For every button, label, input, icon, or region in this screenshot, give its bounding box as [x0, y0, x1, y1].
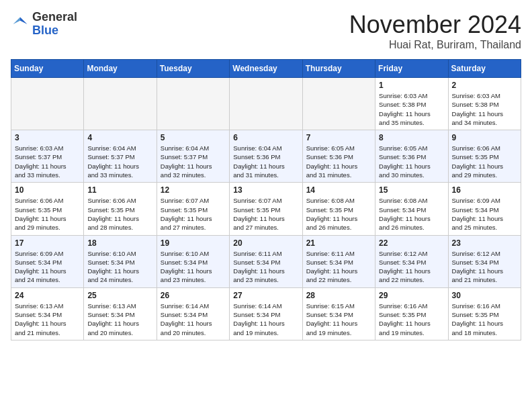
day-info: Sunrise: 6:10 AM Sunset: 5:34 PM Dayligh… — [87, 249, 152, 285]
day-number: 17 — [15, 238, 80, 248]
day-info: Sunrise: 6:08 AM Sunset: 5:34 PM Dayligh… — [379, 196, 444, 232]
logo-blue: Blue — [32, 24, 58, 37]
calendar-day-cell: 29Sunrise: 6:16 AM Sunset: 5:35 PM Dayli… — [375, 287, 448, 340]
weekday-header: Monday — [84, 60, 157, 78]
calendar-day-cell: 21Sunrise: 6:11 AM Sunset: 5:34 PM Dayli… — [302, 235, 375, 287]
calendar-week-row: 1Sunrise: 6:03 AM Sunset: 5:38 PM Daylig… — [11, 78, 521, 130]
calendar-day-cell: 8Sunrise: 6:05 AM Sunset: 5:36 PM Daylig… — [375, 130, 448, 183]
calendar-day-cell: 11Sunrise: 6:06 AM Sunset: 5:35 PM Dayli… — [84, 183, 157, 235]
day-number: 29 — [379, 291, 444, 300]
day-number: 19 — [161, 238, 226, 248]
day-info: Sunrise: 6:11 AM Sunset: 5:34 PM Dayligh… — [306, 249, 371, 285]
calendar-day-cell: 24Sunrise: 6:13 AM Sunset: 5:34 PM Dayli… — [11, 287, 84, 340]
day-info: Sunrise: 6:14 AM Sunset: 5:34 PM Dayligh… — [233, 302, 298, 337]
title-section: November 2024 Huai Rat, Buriram, Thailan… — [349, 11, 521, 51]
logo: General Blue — [11, 11, 77, 38]
day-number: 6 — [233, 133, 298, 142]
weekday-header: Sunday — [11, 60, 84, 78]
calendar-day-cell: 26Sunrise: 6:14 AM Sunset: 5:34 PM Dayli… — [157, 287, 229, 340]
day-info: Sunrise: 6:05 AM Sunset: 5:36 PM Dayligh… — [379, 144, 444, 179]
calendar-day-cell: 19Sunrise: 6:10 AM Sunset: 5:34 PM Dayli… — [157, 235, 229, 287]
day-number: 12 — [161, 185, 226, 195]
day-number: 3 — [15, 133, 80, 142]
day-number: 10 — [15, 185, 80, 195]
calendar-day-cell: 16Sunrise: 6:09 AM Sunset: 5:34 PM Dayli… — [448, 183, 521, 235]
calendar-day-cell: 13Sunrise: 6:07 AM Sunset: 5:35 PM Dayli… — [230, 183, 302, 235]
day-number: 7 — [306, 133, 371, 142]
calendar-table: SundayMondayTuesdayWednesdayThursdayFrid… — [11, 59, 521, 340]
calendar-day-cell: 3Sunrise: 6:03 AM Sunset: 5:37 PM Daylig… — [11, 130, 84, 183]
calendar-day-cell: 22Sunrise: 6:12 AM Sunset: 5:34 PM Dayli… — [375, 235, 448, 287]
month-title: November 2024 — [349, 11, 521, 39]
day-number: 26 — [161, 291, 226, 300]
calendar-header-row: SundayMondayTuesdayWednesdayThursdayFrid… — [11, 60, 521, 78]
calendar-day-cell: 5Sunrise: 6:04 AM Sunset: 5:37 PM Daylig… — [157, 130, 229, 183]
day-info: Sunrise: 6:07 AM Sunset: 5:35 PM Dayligh… — [161, 196, 226, 232]
calendar-day-cell: 20Sunrise: 6:11 AM Sunset: 5:34 PM Dayli… — [230, 235, 302, 287]
weekday-header: Thursday — [302, 60, 375, 78]
day-number: 25 — [87, 291, 152, 300]
weekday-header: Friday — [375, 60, 448, 78]
calendar-day-cell: 10Sunrise: 6:06 AM Sunset: 5:35 PM Dayli… — [11, 183, 84, 235]
day-number: 8 — [379, 133, 444, 142]
calendar-day-cell: 14Sunrise: 6:08 AM Sunset: 5:35 PM Dayli… — [302, 183, 375, 235]
logo-general: General — [32, 10, 77, 24]
day-info: Sunrise: 6:07 AM Sunset: 5:35 PM Dayligh… — [233, 196, 298, 232]
calendar-day-cell: 9Sunrise: 6:06 AM Sunset: 5:35 PM Daylig… — [448, 130, 521, 183]
day-info: Sunrise: 6:13 AM Sunset: 5:34 PM Dayligh… — [15, 302, 80, 337]
day-info: Sunrise: 6:16 AM Sunset: 5:35 PM Dayligh… — [379, 302, 444, 337]
day-number: 14 — [306, 185, 371, 195]
calendar-day-cell: 18Sunrise: 6:10 AM Sunset: 5:34 PM Dayli… — [84, 235, 157, 287]
day-number: 18 — [87, 238, 152, 248]
calendar-empty-cell — [84, 78, 157, 130]
day-number: 28 — [306, 291, 371, 300]
day-info: Sunrise: 6:06 AM Sunset: 5:35 PM Dayligh… — [452, 144, 517, 179]
weekday-header: Tuesday — [157, 60, 229, 78]
calendar-week-row: 17Sunrise: 6:09 AM Sunset: 5:34 PM Dayli… — [11, 235, 521, 287]
calendar-day-cell: 2Sunrise: 6:03 AM Sunset: 5:38 PM Daylig… — [448, 78, 521, 130]
calendar-empty-cell — [302, 78, 375, 130]
calendar-week-row: 10Sunrise: 6:06 AM Sunset: 5:35 PM Dayli… — [11, 183, 521, 235]
calendar-day-cell: 17Sunrise: 6:09 AM Sunset: 5:34 PM Dayli… — [11, 235, 84, 287]
calendar-day-cell: 30Sunrise: 6:16 AM Sunset: 5:35 PM Dayli… — [448, 287, 521, 340]
day-info: Sunrise: 6:15 AM Sunset: 5:34 PM Dayligh… — [306, 302, 371, 337]
day-number: 4 — [87, 133, 152, 142]
calendar-day-cell: 4Sunrise: 6:04 AM Sunset: 5:37 PM Daylig… — [84, 130, 157, 183]
day-number: 23 — [452, 238, 517, 248]
calendar-day-cell: 25Sunrise: 6:13 AM Sunset: 5:34 PM Dayli… — [84, 287, 157, 340]
calendar-empty-cell — [11, 78, 84, 130]
day-info: Sunrise: 6:08 AM Sunset: 5:35 PM Dayligh… — [306, 196, 371, 232]
day-info: Sunrise: 6:03 AM Sunset: 5:38 PM Dayligh… — [452, 91, 517, 127]
calendar-empty-cell — [230, 78, 302, 130]
day-info: Sunrise: 6:05 AM Sunset: 5:36 PM Dayligh… — [306, 144, 371, 179]
day-info: Sunrise: 6:12 AM Sunset: 5:34 PM Dayligh… — [379, 249, 444, 285]
day-info: Sunrise: 6:03 AM Sunset: 5:37 PM Dayligh… — [15, 144, 80, 179]
day-number: 5 — [161, 133, 226, 142]
svg-marker-0 — [20, 17, 28, 24]
day-number: 30 — [452, 291, 517, 300]
page-header: General Blue November 2024 Huai Rat, Bur… — [11, 11, 521, 51]
day-info: Sunrise: 6:11 AM Sunset: 5:34 PM Dayligh… — [233, 249, 298, 285]
day-info: Sunrise: 6:04 AM Sunset: 5:37 PM Dayligh… — [161, 144, 226, 179]
day-number: 16 — [452, 185, 517, 195]
day-number: 22 — [379, 238, 444, 248]
day-number: 11 — [87, 185, 152, 195]
day-info: Sunrise: 6:04 AM Sunset: 5:37 PM Dayligh… — [87, 144, 152, 179]
logo-icon — [11, 15, 30, 34]
calendar-week-row: 24Sunrise: 6:13 AM Sunset: 5:34 PM Dayli… — [11, 287, 521, 340]
calendar-day-cell: 28Sunrise: 6:15 AM Sunset: 5:34 PM Dayli… — [302, 287, 375, 340]
calendar-day-cell: 15Sunrise: 6:08 AM Sunset: 5:34 PM Dayli… — [375, 183, 448, 235]
calendar-day-cell: 1Sunrise: 6:03 AM Sunset: 5:38 PM Daylig… — [375, 78, 448, 130]
day-info: Sunrise: 6:16 AM Sunset: 5:35 PM Dayligh… — [452, 302, 517, 337]
day-number: 13 — [233, 185, 298, 195]
location: Huai Rat, Buriram, Thailand — [349, 39, 521, 51]
weekday-header: Wednesday — [230, 60, 302, 78]
day-info: Sunrise: 6:04 AM Sunset: 5:36 PM Dayligh… — [233, 144, 298, 179]
day-info: Sunrise: 6:03 AM Sunset: 5:38 PM Dayligh… — [379, 91, 444, 127]
weekday-header: Saturday — [448, 60, 521, 78]
calendar-day-cell: 7Sunrise: 6:05 AM Sunset: 5:36 PM Daylig… — [302, 130, 375, 183]
day-number: 24 — [15, 291, 80, 300]
day-number: 15 — [379, 185, 444, 195]
day-info: Sunrise: 6:13 AM Sunset: 5:34 PM Dayligh… — [87, 302, 152, 337]
day-number: 1 — [379, 81, 444, 90]
